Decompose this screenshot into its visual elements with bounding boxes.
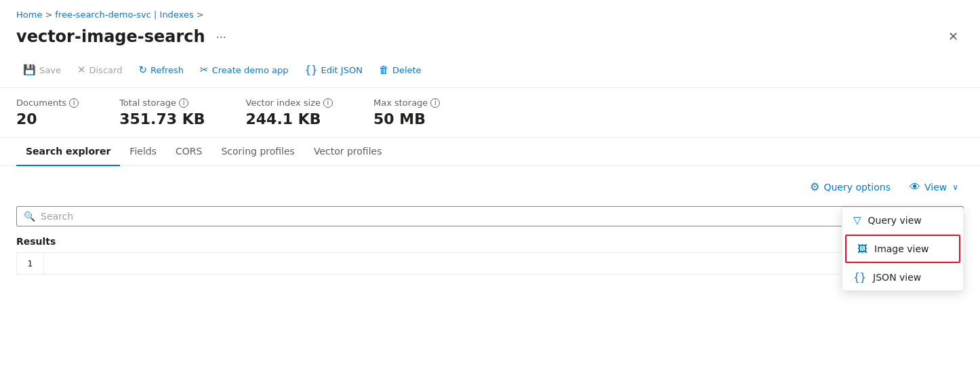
query-options-icon: ⚙	[810, 180, 819, 193]
tab-cors[interactable]: CORS	[166, 138, 211, 166]
discard-button[interactable]: ✕ Discard	[70, 60, 129, 79]
results-table: 1	[16, 252, 964, 275]
breadcrumb-sep1: >	[45, 9, 52, 20]
tab-vector-profiles[interactable]: Vector profiles	[304, 138, 392, 166]
ellipsis-button[interactable]: ···	[212, 28, 230, 45]
max-storage-info-icon[interactable]: i	[430, 98, 440, 108]
total-storage-value: 351.73 KB	[119, 111, 205, 127]
toolbar: 💾 Save ✕ Discard ↻ Refresh ✂ Create demo…	[0, 55, 980, 88]
results-label: Results	[16, 236, 964, 247]
stat-documents: Documents i 20	[16, 98, 79, 127]
view-button[interactable]: 👁 View ∨	[904, 177, 964, 197]
vector-index-value: 244.1 KB	[246, 111, 333, 127]
dropdown-item-query-view[interactable]: ▽ Query view	[842, 207, 963, 233]
tab-scoring-profiles[interactable]: Scoring profiles	[211, 138, 304, 166]
row-number: 1	[17, 253, 44, 275]
search-input[interactable]	[41, 211, 956, 222]
breadcrumb-service[interactable]: free-search-demo-svc | Indexes	[55, 9, 193, 20]
delete-button[interactable]: 🗑 Delete	[372, 60, 428, 79]
view-chevron-icon: ∨	[952, 182, 958, 192]
tabs-bar: Search explorer Fields CORS Scoring prof…	[0, 138, 980, 166]
top-controls: ⚙ Query options 👁 View ∨	[16, 177, 964, 197]
edit-json-icon: {}	[304, 64, 317, 76]
save-icon: 💾	[23, 64, 36, 76]
vector-index-info-icon[interactable]: i	[323, 98, 333, 108]
dropdown-item-image-view[interactable]: 🖼 Image view	[845, 235, 960, 263]
refresh-icon: ↻	[138, 64, 147, 76]
stat-max-storage: Max storage i 50 MB	[373, 98, 440, 127]
image-view-icon: 🖼	[857, 243, 867, 255]
breadcrumb: Home > free-search-demo-svc | Indexes >	[0, 0, 980, 24]
stat-total-storage: Total storage i 351.73 KB	[119, 98, 205, 127]
view-icon: 👁	[910, 180, 920, 193]
table-row: 1	[17, 253, 964, 275]
close-button[interactable]: ✕	[943, 26, 964, 47]
create-demo-icon: ✂	[200, 64, 209, 76]
breadcrumb-sep2: >	[197, 9, 204, 20]
create-demo-app-button[interactable]: ✂ Create demo app	[193, 60, 295, 79]
search-bar: 🔍	[16, 206, 964, 226]
stats-bar: Documents i 20 Total storage i 351.73 KB…	[0, 88, 980, 138]
documents-value: 20	[16, 111, 79, 127]
view-dropdown-menu: ▽ Query view 🖼 Image view {} JSON view	[842, 207, 964, 291]
content-area: ⚙ Query options 👁 View ∨ 🔍 Results 1	[0, 166, 980, 285]
page-title: vector-image-search	[16, 27, 205, 46]
query-view-icon: ▽	[853, 214, 861, 226]
page-container: Home > free-search-demo-svc | Indexes > …	[0, 0, 980, 379]
dropdown-item-json-view[interactable]: {} JSON view	[842, 264, 963, 290]
row-content	[44, 253, 964, 275]
tab-fields[interactable]: Fields	[120, 138, 166, 166]
edit-json-button[interactable]: {} Edit JSON	[298, 60, 369, 79]
json-view-icon: {}	[853, 271, 866, 283]
title-bar-left: vector-image-search ···	[16, 27, 230, 46]
discard-icon: ✕	[77, 64, 86, 76]
documents-info-icon[interactable]: i	[69, 98, 79, 108]
breadcrumb-home[interactable]: Home	[16, 9, 42, 20]
refresh-button[interactable]: ↻ Refresh	[131, 60, 190, 79]
search-icon: 🔍	[24, 211, 35, 222]
query-options-button[interactable]: ⚙ Query options	[804, 177, 896, 197]
stat-vector-index-size: Vector index size i 244.1 KB	[246, 98, 333, 127]
tab-search-explorer[interactable]: Search explorer	[16, 138, 120, 166]
max-storage-value: 50 MB	[373, 111, 440, 127]
delete-icon: 🗑	[379, 64, 389, 76]
total-storage-info-icon[interactable]: i	[179, 98, 188, 108]
save-button[interactable]: 💾 Save	[16, 60, 68, 79]
title-bar: vector-image-search ··· ✕	[0, 24, 980, 55]
